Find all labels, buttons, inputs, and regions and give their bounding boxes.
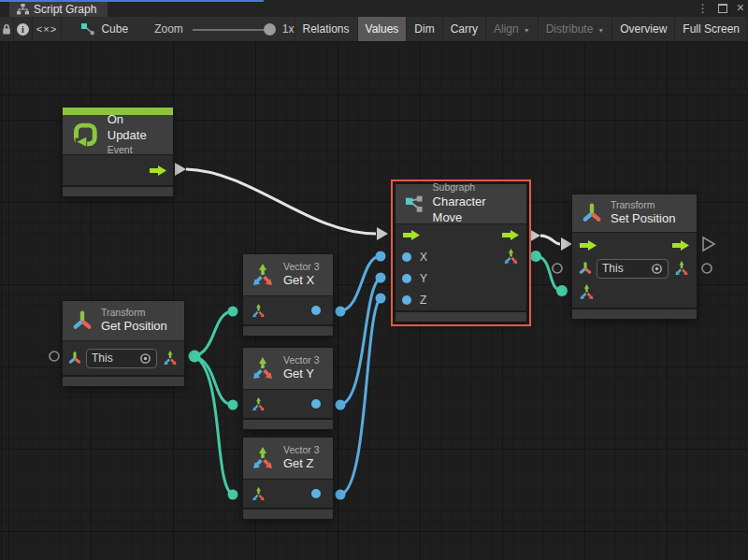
carry-button[interactable]: Carry: [443, 17, 486, 41]
exec-input-port[interactable]: [579, 239, 597, 251]
zoom-value: 1x: [282, 22, 295, 36]
toolbar-toggle-strip: Relations Values Dim Carry Align ▼ Distr…: [295, 17, 748, 41]
vector3-output-port[interactable]: [502, 248, 520, 266]
object-picker-icon[interactable]: [139, 352, 151, 365]
node-footer: [63, 375, 184, 386]
graph-node-icon: [80, 22, 95, 36]
node-title: Get Z: [283, 456, 320, 472]
port-value-output[interactable]: [311, 489, 321, 498]
node-footer: [63, 185, 173, 196]
zoom-control: Zoom 1x: [154, 22, 294, 36]
port-x-input[interactable]: [402, 252, 411, 262]
this-target-field[interactable]: This: [86, 349, 157, 368]
node-get-position[interactable]: Transform Get Position This: [63, 301, 184, 386]
subgraph-icon: [405, 194, 424, 214]
zoom-slider[interactable]: [193, 23, 275, 36]
vector3-input-port[interactable]: [251, 486, 266, 502]
transform-icon: [579, 262, 592, 275]
relations-button[interactable]: Relations: [295, 17, 358, 41]
code-icon: <×>: [36, 23, 57, 35]
node-type: Vector 3: [283, 261, 320, 274]
tab-title: Script Graph: [34, 3, 96, 16]
values-button[interactable]: Values: [358, 17, 408, 41]
transform-icon: [72, 310, 93, 331]
node-title: Get Y: [283, 366, 320, 382]
graph-toolbar: i <×> Cube Zoom 1x Relations Values Dim …: [0, 17, 748, 42]
this-target-field[interactable]: This: [597, 259, 669, 279]
node-set-position[interactable]: Transform Set Position This: [572, 194, 697, 319]
object-picker-icon[interactable]: [651, 263, 663, 275]
node-type: Vector 3: [283, 444, 320, 457]
node-get-x[interactable]: Vector 3 Get X: [243, 254, 333, 336]
node-type: Transform: [101, 307, 167, 320]
distribute-dropdown[interactable]: Distribute ▼: [539, 17, 613, 41]
field-value: This: [92, 352, 113, 365]
zoom-slider-track: [193, 29, 275, 31]
chevron-down-icon: ▼: [524, 27, 530, 34]
node-title: Character Move: [433, 194, 517, 226]
node-title: On Update: [108, 112, 164, 144]
vector3-input-port[interactable]: [578, 283, 596, 301]
window-titlebar: Script Graph ⋮ ×: [0, 0, 748, 17]
object-name: Cube: [101, 22, 128, 36]
close-icon[interactable]: ×: [737, 1, 744, 14]
exec-output-port[interactable]: [149, 165, 167, 177]
dim-button[interactable]: Dim: [407, 17, 442, 41]
fullscreen-button[interactable]: Full Screen: [675, 17, 748, 41]
code-view-button[interactable]: <×>: [33, 17, 63, 41]
window-menu-icon[interactable]: ⋮: [698, 3, 709, 14]
node-footer: [243, 418, 333, 429]
node-type: Transform: [611, 199, 675, 212]
node-type: Subgraph: [433, 181, 517, 194]
node-character-move[interactable]: Subgraph Character Move X: [396, 184, 526, 322]
node-type: Event: [108, 144, 164, 157]
chevron-down-icon: ▼: [597, 27, 604, 34]
node-footer: [396, 310, 526, 322]
node-type: Vector 3: [283, 354, 320, 367]
port-z-input[interactable]: [402, 295, 411, 305]
window-controls: ⋮ ×: [698, 0, 744, 17]
port-value-output[interactable]: [311, 399, 321, 409]
lock-button[interactable]: [0, 17, 14, 41]
node-on-update[interactable]: On Update Event: [63, 108, 173, 196]
transform-icon: [68, 352, 81, 365]
node-footer: [243, 508, 333, 519]
maximize-icon[interactable]: [718, 4, 727, 13]
vector3-output-port[interactable]: [673, 260, 690, 277]
field-value: This: [602, 262, 624, 275]
vector3-input-port[interactable]: [251, 396, 266, 412]
port-y-label: Y: [420, 272, 427, 285]
graph-context[interactable]: Cube: [80, 22, 128, 36]
node-title: Get X: [283, 273, 320, 289]
node-footer: [572, 308, 697, 319]
align-dropdown[interactable]: Align ▼: [486, 17, 539, 41]
node-title: Get Position: [101, 319, 167, 335]
vector3-output-port[interactable]: [162, 350, 179, 366]
vector3-icon: [251, 356, 275, 381]
info-icon: i: [17, 23, 29, 36]
port-y-input[interactable]: [402, 274, 411, 283]
overview-button[interactable]: Overview: [612, 17, 675, 41]
vector3-icon: [251, 263, 275, 287]
vector3-icon: [251, 446, 275, 470]
tab-script-graph[interactable]: Script Graph: [9, 2, 108, 17]
exec-input-port[interactable]: [402, 229, 421, 241]
transform-icon: [582, 203, 602, 223]
node-title: Set Position: [611, 211, 675, 227]
exec-output-port[interactable]: [501, 229, 520, 241]
node-footer: [243, 324, 333, 336]
lock-icon: [1, 23, 12, 36]
exec-output-port[interactable]: [671, 239, 690, 251]
node-get-z[interactable]: Vector 3 Get Z: [243, 438, 333, 519]
vector3-input-port[interactable]: [251, 303, 266, 319]
graph-tree-icon: [17, 4, 29, 15]
node-get-y[interactable]: Vector 3 Get Y: [243, 348, 333, 429]
port-z-label: Z: [420, 294, 426, 307]
loop-event-icon: [72, 121, 99, 149]
zoom-label: Zoom: [154, 22, 183, 36]
port-x-label: X: [420, 251, 427, 264]
port-value-output[interactable]: [311, 306, 321, 315]
info-button[interactable]: i: [14, 17, 32, 41]
zoom-slider-handle[interactable]: [264, 23, 276, 36]
